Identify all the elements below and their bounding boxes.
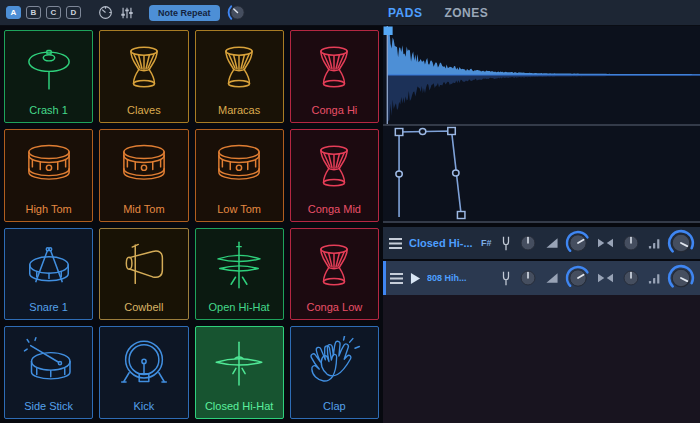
empty-panel-area [383,295,700,423]
pad-label: Clap [291,400,378,412]
envelope-editor[interactable] [383,126,700,221]
attack-ramp-icon [545,272,559,284]
main-area: Crash 1 Claves Maracas Conga Hi High Tom… [0,26,700,423]
pad-low-tom[interactable]: Low Tom [195,129,284,222]
pad-label: Cowbell [100,301,187,313]
closed-hihat-icon [211,350,267,396]
tuning-fork-icon [501,270,511,287]
crash-cymbal-icon [21,53,77,99]
pad-label: Closed Hi-Hat [196,400,283,412]
waveform-display[interactable] [383,26,700,124]
layer-name[interactable]: 808 Hih... [427,273,485,283]
pad-label: Maracas [196,104,283,116]
pad-label: High Tom [5,203,92,215]
pad-maracas[interactable]: Maracas [195,30,284,123]
menu-icon[interactable] [389,272,404,285]
pad-side-stick[interactable]: Side Stick [4,326,93,419]
reverse-icon [597,238,614,248]
level-bars-icon [648,237,661,249]
menu-icon[interactable] [388,237,403,250]
pad-label: Mid Tom [100,203,187,215]
sample-editor-panel: Closed Hi-... F# [383,26,700,423]
pad-conga-hi[interactable]: Conga Hi [290,30,379,123]
pad-label: Conga Hi [291,104,378,116]
mixer-faders-icon[interactable] [120,6,134,20]
pad-open-hihat[interactable]: Open Hi-Hat [195,228,284,321]
kick-drum-icon [116,350,172,396]
pan-knob[interactable] [620,232,642,254]
snare-drum-sticks-icon [21,251,77,297]
tom-drum-icon [21,152,77,198]
bank-d-button[interactable]: D [66,6,81,19]
pad-label: Claves [100,104,187,116]
pad-mid-tom[interactable]: Mid Tom [99,129,188,222]
topbar: A B C D Note Repeat PADS ZONES [0,0,700,26]
send-knob[interactable] [667,229,695,257]
level-bars-icon [648,272,661,284]
tom-drum-icon [211,152,267,198]
pad-label: Snare 1 [5,301,92,313]
clap-hands-icon [306,350,362,396]
play-icon[interactable] [410,272,421,285]
bank-b-button[interactable]: B [26,6,41,19]
layer-name[interactable]: Closed Hi-... [409,237,475,249]
layer-row-808-hihat[interactable]: 808 Hih... [383,261,700,295]
pad-grid: Crash 1 Claves Maracas Conga Hi High Tom… [0,26,383,423]
reverse-icon [597,273,614,283]
goblet-drum-icon [306,251,362,297]
pad-clap[interactable]: Clap [290,326,379,419]
tom-drum-icon [116,152,172,198]
goblet-drum-icon [116,53,172,99]
bank-c-button[interactable]: C [46,6,61,19]
pad-cowbell[interactable]: Cowbell [99,228,188,321]
pad-label: Crash 1 [5,104,92,116]
pad-label: Conga Low [291,301,378,313]
tune-knob[interactable] [517,267,539,289]
goblet-drum-icon [211,53,267,99]
pad-crash-1[interactable]: Crash 1 [4,30,93,123]
metronome-icon[interactable] [98,5,113,20]
view-tabs: PADS ZONES [388,0,488,25]
root-note-label[interactable]: F# [481,238,495,248]
pad-label: Kick [100,400,187,412]
pad-kick[interactable]: Kick [99,326,188,419]
attack-ramp-icon [545,237,559,249]
pad-bank-switcher: A B C D [6,6,81,19]
goblet-drum-icon [306,152,362,198]
tuning-fork-icon [501,235,511,252]
pad-label: Side Stick [5,400,92,412]
tune-knob[interactable] [517,232,539,254]
pad-label: Low Tom [196,203,283,215]
pad-snare-1[interactable]: Snare 1 [4,228,93,321]
pad-claves[interactable]: Claves [99,30,188,123]
side-stick-icon [21,350,77,396]
open-hihat-icon [211,251,267,297]
tab-zones[interactable]: ZONES [444,6,488,20]
tab-pads[interactable]: PADS [388,6,422,20]
pad-conga-mid[interactable]: Conga Mid [290,129,379,222]
note-repeat-button[interactable]: Note Repeat [149,5,220,21]
pan-knob[interactable] [620,267,642,289]
bank-a-button[interactable]: A [6,6,21,19]
goblet-drum-icon [306,53,362,99]
drum-sampler-app: A B C D Note Repeat PADS ZONES Crash 1 [0,0,700,423]
swing-knob[interactable] [227,2,248,23]
layer-row-closed-hihat[interactable]: Closed Hi-... F# [383,227,700,259]
pad-conga-low[interactable]: Conga Low [290,228,379,321]
volume-knob[interactable] [565,265,591,291]
pad-label: Conga Mid [291,203,378,215]
cowbell-icon [116,251,172,297]
send-knob[interactable] [667,264,695,292]
pad-closed-hihat[interactable]: Closed Hi-Hat [195,326,284,419]
pad-label: Open Hi-Hat [196,301,283,313]
pad-high-tom[interactable]: High Tom [4,129,93,222]
volume-knob[interactable] [565,230,591,256]
